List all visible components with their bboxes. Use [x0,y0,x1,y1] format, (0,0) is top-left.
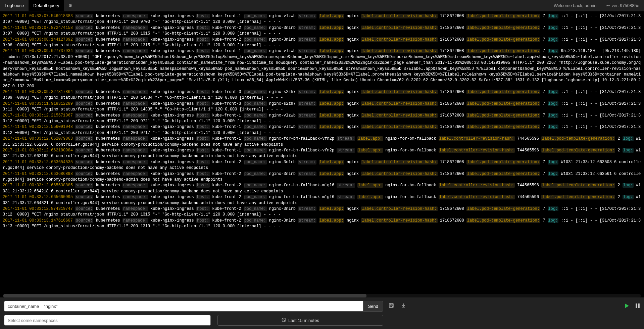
query-group: Send [4,301,383,312]
bottom-bar: Send Last 15 minutes [0,297,644,329]
log-row: 2017-11-01 00:33:11.918312289 source: ku… [3,101,641,113]
log-row: 2017-11-01 00:33:12.874319747 source: ku… [3,206,641,218]
brand[interactable]: Loghouse [0,0,29,11]
welcome-text: Welcome back, admin [549,0,601,11]
clock-icon [282,318,286,323]
time-range-button[interactable]: Last 15 minutes [217,315,383,326]
tab-default-query[interactable]: Default query [29,0,64,11]
log-row: 2017-11-01 00:33:08.144127892 source: ku… [3,37,641,49]
download-icon[interactable] [399,303,407,310]
log-row: 2017-11-01 00:33:12.663654535 source: ku… [3,159,641,171]
topbar: Loghouse Default query ⚙ Welcome back, a… [0,0,644,11]
log-row: 2017-11-01 00:33:09.027737934 source: ku… [3,48,641,89]
pause-icon[interactable] [635,303,640,309]
query-input[interactable] [4,301,363,312]
gear-icon[interactable]: ⚙ [64,0,77,11]
play-icon[interactable] [625,303,629,309]
log-row: 2017-11-01 00:33:12.662079863 source: ku… [3,136,641,148]
version-link[interactable]: ⚯ ver. 9750885e [601,0,644,11]
version-text: ver. 9750885e [612,3,639,8]
log-row: 2017-11-01 00:33:12.556091948 source: ku… [3,124,641,136]
namespace-select[interactable] [4,315,211,326]
log-row: 2017-11-01 00:33:12.663686898 source: ku… [3,171,641,183]
log-row: 2017-11-01 00:33:12.665638885 source: ku… [3,183,641,194]
svg-rect-2 [636,303,637,308]
svg-rect-1 [390,306,393,307]
log-row: 2017-11-01 00:33:07.872474158 source: ku… [3,25,641,37]
log-row: 2017-11-01 00:33:12.215671067 source: ku… [3,113,641,125]
send-button[interactable]: Send [363,301,383,312]
time-range-label: Last 15 minutes [288,318,319,323]
log-row: 2017-11-01 00:33:13.147616607 source: ku… [3,218,641,230]
save-icon[interactable] [387,303,395,310]
scrollbar-thumb[interactable] [3,294,366,297]
log-row: 2017-11-01 00:33:12.665660995 source: ku… [3,194,641,206]
log-pane[interactable]: 2017-11-01 00:33:07.546918383 source: ku… [0,11,644,294]
log-row: 2017-11-01 00:33:09.327817864 source: ku… [3,89,641,101]
horizontal-scrollbar[interactable] [3,294,641,297]
svg-rect-3 [638,303,640,308]
log-row: 2017-11-01 00:33:07.546918383 source: ku… [3,13,641,25]
log-row: 2017-11-01 00:33:12.662180984 source: ku… [3,148,641,159]
branch-icon: ⚯ [606,3,610,8]
